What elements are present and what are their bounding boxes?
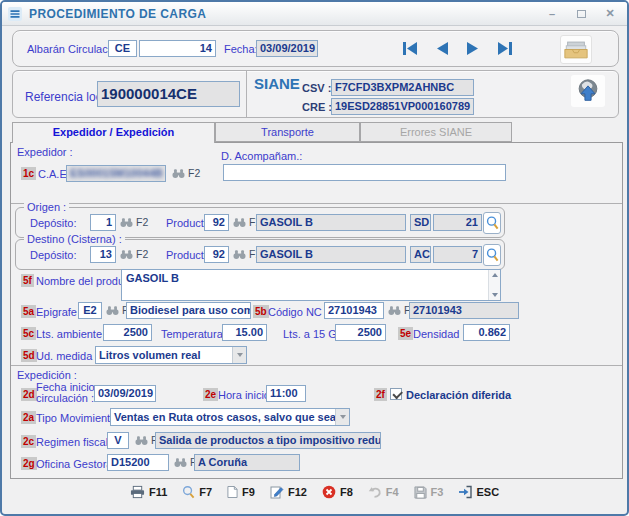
acompanam-field[interactable]: [223, 164, 506, 181]
chevron-down-icon: [335, 409, 349, 425]
siane-upload-button[interactable]: [571, 75, 605, 107]
search-button[interactable]: F7: [182, 485, 212, 499]
regimen-fiscal-field[interactable]: V: [107, 432, 129, 449]
codigo-nc-tag: 5b: [253, 305, 269, 318]
origen-deposito-label: Depósito:: [30, 217, 76, 229]
inbox-icon: [563, 39, 589, 60]
last-record-button[interactable]: [496, 41, 518, 57]
oficina-gestora-tag: 2g: [21, 457, 37, 470]
panel-divider: [246, 71, 247, 117]
fecha-inicio-tag: 2d: [21, 388, 37, 401]
print-button[interactable]: F11: [130, 485, 167, 499]
destino-zoom-button[interactable]: [483, 244, 501, 266]
magnifier-icon: [486, 247, 499, 263]
edit-icon: [270, 485, 284, 499]
binoculars-icon: [120, 217, 133, 228]
lts-ambiente-tag: 5c: [21, 327, 36, 340]
nombre-producto-tag: 5f: [21, 274, 34, 287]
origen-producto-field[interactable]: 92: [204, 214, 229, 231]
binoculars-icon: [388, 305, 401, 316]
ud-medida-tag: 5d: [21, 349, 37, 362]
ud-medida-label: Ud. medida :: [36, 350, 98, 362]
temperatura-label: Temperatura :: [161, 328, 229, 340]
referencia-local-field: 190000014CE: [97, 81, 240, 107]
delete-icon: [322, 485, 336, 499]
previous-record-button[interactable]: [434, 41, 456, 57]
undo-button: F4: [368, 485, 399, 499]
origen-clave-field: SD: [410, 214, 431, 231]
siane-title: SIANE: [254, 75, 300, 92]
save-button: F3: [414, 486, 444, 499]
destino-deposito-lookup-button[interactable]: F2: [120, 248, 148, 260]
maximize-icon: [577, 10, 586, 18]
csv-field: F7CFD3BXPM2AHNBC: [331, 79, 474, 96]
destino-deposito-label: Depósito:: [30, 249, 76, 261]
regimen-fiscal-desc-field: Salida de productos a tipo impositivo re…: [155, 432, 381, 449]
fecha-inicio-label: Fecha iniciocirculación :: [36, 382, 95, 404]
destino-producto-field[interactable]: 92: [204, 246, 229, 263]
oficina-gestora-field[interactable]: D15200: [107, 454, 169, 471]
search-icon: [182, 485, 195, 499]
ud-medida-select[interactable]: Litros volumen real: [95, 346, 247, 364]
fecha-inicio-field[interactable]: 03/09/2019: [94, 385, 156, 402]
epigrafe-label: Epigrafe :: [36, 306, 83, 318]
tipo-movimiento-select[interactable]: Ventas en Ruta otros casos, salvo que se…: [110, 408, 350, 426]
destino-deposito-field[interactable]: 13: [90, 246, 116, 263]
oficina-gestora-desc-field: A Coruña: [194, 454, 300, 471]
textarea-scrollbar[interactable]: [488, 270, 500, 300]
function-key-toolbar: F11 F7 F9 F12 F8 F4 F3 ESC: [2, 485, 627, 499]
maximize-button[interactable]: [570, 6, 592, 22]
tab-expedidor-expedicion[interactable]: Expedidor / Expedición: [12, 122, 215, 143]
densidad-field[interactable]: 0.862: [463, 324, 510, 341]
declaracion-diferida-tag: 2f: [374, 388, 387, 401]
origen-numero-field: 21: [433, 214, 482, 231]
next-record-button[interactable]: [465, 41, 487, 57]
app-icon: [8, 7, 22, 21]
epigrafe-field[interactable]: E2: [78, 302, 102, 319]
lts15-field[interactable]: 2500: [335, 324, 386, 341]
globe-upload-icon: [574, 77, 602, 105]
edit-record-button[interactable]: F12: [270, 485, 307, 499]
cae-lookup-button[interactable]: F2: [172, 167, 200, 179]
app-window: PROCEDIMIENTO DE CARGA – ✕ Albarán Circu…: [0, 0, 629, 516]
first-record-button[interactable]: [401, 41, 423, 57]
hora-inicio-field[interactable]: 11:00: [266, 385, 306, 402]
tab-page-expedidor: Expedidor : 1c C.A.E.: ES00015M10044B F2…: [10, 142, 623, 479]
densidad-label: Densidad :: [413, 328, 466, 340]
origen-zoom-button[interactable]: [483, 212, 501, 234]
albaran-numero-field[interactable]: 14: [139, 40, 216, 57]
origen-deposito-field[interactable]: 1: [90, 214, 116, 231]
origen-deposito-lookup-button[interactable]: F2: [120, 216, 148, 228]
densidad-tag: 5e: [398, 327, 413, 340]
inbox-button[interactable]: [560, 35, 592, 64]
cre-label: CRE :: [302, 101, 332, 113]
regimen-fiscal-tag: 2c: [21, 435, 36, 448]
close-button[interactable]: ✕: [599, 6, 621, 22]
tab-transporte[interactable]: Transporte: [215, 122, 360, 142]
lts-ambiente-field[interactable]: 2500: [103, 324, 152, 341]
new-record-button[interactable]: F9: [227, 485, 255, 499]
albaran-serie-field[interactable]: CE: [108, 40, 137, 57]
temperatura-field[interactable]: 15.00: [222, 324, 267, 341]
codigo-nc-field[interactable]: 27101943: [324, 302, 384, 319]
binoculars-icon: [174, 457, 187, 468]
fecha-field: 03/09/2019: [256, 40, 318, 57]
cae-tag: 1c: [21, 167, 36, 180]
chevron-down-icon: [232, 347, 246, 363]
cre-field: 19ESD28851VP000160789: [331, 98, 474, 115]
origen-group-label: Origen :: [24, 201, 69, 213]
declaracion-diferida-checkbox[interactable]: [390, 388, 402, 400]
reference-panel: Referencia local : 190000014CE SIANE CSV…: [12, 70, 619, 118]
albaran-panel: Albarán Circulación : CE 14 Fecha: 03/09…: [12, 30, 619, 67]
delete-record-button[interactable]: F8: [322, 485, 353, 499]
hora-inicio-tag: 2e: [203, 388, 218, 401]
exit-button[interactable]: ESC: [458, 485, 499, 499]
cae-field[interactable]: ES00015M10044B: [70, 167, 163, 179]
nombre-producto-textarea[interactable]: GASOIL B: [121, 269, 501, 301]
acompanam-label: D. Acompañam.:: [221, 150, 302, 162]
epigrafe-tag: 5a: [21, 305, 36, 318]
minimize-button[interactable]: –: [541, 6, 563, 22]
title-bar: PROCEDIMIENTO DE CARGA – ✕: [2, 2, 627, 26]
declaracion-diferida-label: Declaración diferida: [406, 389, 511, 401]
binoculars-icon: [233, 249, 246, 260]
